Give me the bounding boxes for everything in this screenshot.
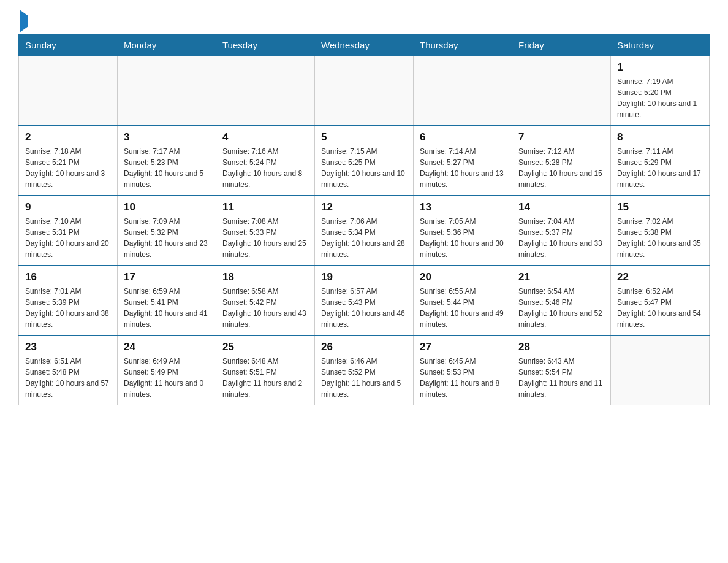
day-number: 22 <box>617 271 703 283</box>
day-number: 10 <box>124 201 210 213</box>
calendar-cell: 1Sunrise: 7:19 AM Sunset: 5:20 PM Daylig… <box>611 56 710 126</box>
day-info: Sunrise: 6:52 AM Sunset: 5:47 PM Dayligh… <box>617 286 703 330</box>
calendar-cell: 6Sunrise: 7:14 AM Sunset: 5:27 PM Daylig… <box>414 126 512 196</box>
day-info: Sunrise: 7:15 AM Sunset: 5:25 PM Dayligh… <box>321 146 407 190</box>
day-info: Sunrise: 7:18 AM Sunset: 5:21 PM Dayligh… <box>25 146 111 190</box>
day-info: Sunrise: 7:08 AM Sunset: 5:33 PM Dayligh… <box>222 216 308 260</box>
day-info: Sunrise: 7:06 AM Sunset: 5:34 PM Dayligh… <box>321 216 407 260</box>
calendar-cell: 13Sunrise: 7:05 AM Sunset: 5:36 PM Dayli… <box>414 196 512 266</box>
calendar-cell: 18Sunrise: 6:58 AM Sunset: 5:42 PM Dayli… <box>216 266 315 335</box>
calendar-cell: 27Sunrise: 6:45 AM Sunset: 5:53 PM Dayli… <box>414 335 512 405</box>
calendar-cell: 16Sunrise: 7:01 AM Sunset: 5:39 PM Dayli… <box>19 266 118 335</box>
day-info: Sunrise: 6:54 AM Sunset: 5:46 PM Dayligh… <box>518 286 604 330</box>
calendar-table: SundayMondayTuesdayWednesdayThursdayFrid… <box>18 34 710 405</box>
calendar-cell: 8Sunrise: 7:11 AM Sunset: 5:29 PM Daylig… <box>611 126 710 196</box>
week-row-4: 16Sunrise: 7:01 AM Sunset: 5:39 PM Dayli… <box>19 266 710 335</box>
calendar-cell: 14Sunrise: 7:04 AM Sunset: 5:37 PM Dayli… <box>512 196 611 266</box>
calendar-cell <box>118 56 216 126</box>
day-number: 6 <box>420 131 506 144</box>
column-header-wednesday: Wednesday <box>315 35 414 56</box>
day-number: 23 <box>25 341 111 353</box>
day-info: Sunrise: 6:48 AM Sunset: 5:51 PM Dayligh… <box>222 356 308 400</box>
day-number: 20 <box>420 271 506 283</box>
day-info: Sunrise: 6:45 AM Sunset: 5:53 PM Dayligh… <box>420 356 506 400</box>
day-number: 28 <box>518 341 604 353</box>
day-info: Sunrise: 7:05 AM Sunset: 5:36 PM Dayligh… <box>420 216 506 260</box>
calendar-cell <box>19 56 118 126</box>
column-header-saturday: Saturday <box>611 35 710 56</box>
calendar-cell: 10Sunrise: 7:09 AM Sunset: 5:32 PM Dayli… <box>118 196 216 266</box>
day-info: Sunrise: 6:49 AM Sunset: 5:49 PM Dayligh… <box>124 356 210 400</box>
day-number: 21 <box>518 271 604 283</box>
day-number: 4 <box>222 131 308 144</box>
day-number: 18 <box>222 271 308 283</box>
calendar-cell <box>512 56 611 126</box>
day-info: Sunrise: 7:09 AM Sunset: 5:32 PM Dayligh… <box>124 216 210 260</box>
calendar-cell: 15Sunrise: 7:02 AM Sunset: 5:38 PM Dayli… <box>611 196 710 266</box>
day-number: 24 <box>124 341 210 353</box>
column-header-monday: Monday <box>118 35 216 56</box>
logo-triangle-icon <box>20 10 28 33</box>
day-info: Sunrise: 6:59 AM Sunset: 5:41 PM Dayligh… <box>124 286 210 330</box>
day-info: Sunrise: 7:04 AM Sunset: 5:37 PM Dayligh… <box>518 216 604 260</box>
page-header <box>18 12 710 28</box>
calendar-cell: 2Sunrise: 7:18 AM Sunset: 5:21 PM Daylig… <box>19 126 118 196</box>
day-number: 12 <box>321 201 407 213</box>
calendar-cell <box>611 335 710 405</box>
day-number: 16 <box>25 271 111 283</box>
day-info: Sunrise: 7:10 AM Sunset: 5:31 PM Dayligh… <box>25 216 111 260</box>
day-info: Sunrise: 6:58 AM Sunset: 5:42 PM Dayligh… <box>222 286 308 330</box>
day-info: Sunrise: 6:43 AM Sunset: 5:54 PM Dayligh… <box>518 356 604 400</box>
day-number: 19 <box>321 271 407 283</box>
day-number: 26 <box>321 341 407 353</box>
day-number: 11 <box>222 201 308 213</box>
day-number: 7 <box>518 131 604 144</box>
calendar-cell: 12Sunrise: 7:06 AM Sunset: 5:34 PM Dayli… <box>315 196 414 266</box>
column-header-friday: Friday <box>512 35 611 56</box>
day-info: Sunrise: 6:51 AM Sunset: 5:48 PM Dayligh… <box>25 356 111 400</box>
day-number: 2 <box>25 131 111 144</box>
day-number: 15 <box>617 201 703 213</box>
week-row-3: 9Sunrise: 7:10 AM Sunset: 5:31 PM Daylig… <box>19 196 710 266</box>
day-number: 14 <box>518 201 604 213</box>
week-row-2: 2Sunrise: 7:18 AM Sunset: 5:21 PM Daylig… <box>19 126 710 196</box>
column-header-sunday: Sunday <box>19 35 118 56</box>
calendar-cell <box>414 56 512 126</box>
column-header-tuesday: Tuesday <box>216 35 315 56</box>
day-info: Sunrise: 7:11 AM Sunset: 5:29 PM Dayligh… <box>617 146 703 190</box>
calendar-cell: 9Sunrise: 7:10 AM Sunset: 5:31 PM Daylig… <box>19 196 118 266</box>
calendar-cell: 5Sunrise: 7:15 AM Sunset: 5:25 PM Daylig… <box>315 126 414 196</box>
calendar-cell: 24Sunrise: 6:49 AM Sunset: 5:49 PM Dayli… <box>118 335 216 405</box>
day-info: Sunrise: 7:12 AM Sunset: 5:28 PM Dayligh… <box>518 146 604 190</box>
day-number: 8 <box>617 131 703 144</box>
day-number: 27 <box>420 341 506 353</box>
day-number: 13 <box>420 201 506 213</box>
day-number: 1 <box>617 61 703 74</box>
day-number: 9 <box>25 201 111 213</box>
calendar-cell: 28Sunrise: 6:43 AM Sunset: 5:54 PM Dayli… <box>512 335 611 405</box>
day-number: 3 <box>124 131 210 144</box>
column-header-thursday: Thursday <box>414 35 512 56</box>
day-info: Sunrise: 6:55 AM Sunset: 5:44 PM Dayligh… <box>420 286 506 330</box>
week-row-5: 23Sunrise: 6:51 AM Sunset: 5:48 PM Dayli… <box>19 335 710 405</box>
week-row-1: 1Sunrise: 7:19 AM Sunset: 5:20 PM Daylig… <box>19 56 710 126</box>
calendar-cell: 22Sunrise: 6:52 AM Sunset: 5:47 PM Dayli… <box>611 266 710 335</box>
day-number: 17 <box>124 271 210 283</box>
calendar-cell: 7Sunrise: 7:12 AM Sunset: 5:28 PM Daylig… <box>512 126 611 196</box>
calendar-cell: 4Sunrise: 7:16 AM Sunset: 5:24 PM Daylig… <box>216 126 315 196</box>
day-info: Sunrise: 7:01 AM Sunset: 5:39 PM Dayligh… <box>25 286 111 330</box>
day-info: Sunrise: 7:02 AM Sunset: 5:38 PM Dayligh… <box>617 216 703 260</box>
calendar-cell: 25Sunrise: 6:48 AM Sunset: 5:51 PM Dayli… <box>216 335 315 405</box>
day-info: Sunrise: 6:57 AM Sunset: 5:43 PM Dayligh… <box>321 286 407 330</box>
day-info: Sunrise: 6:46 AM Sunset: 5:52 PM Dayligh… <box>321 356 407 400</box>
calendar-cell: 21Sunrise: 6:54 AM Sunset: 5:46 PM Dayli… <box>512 266 611 335</box>
calendar-cell: 23Sunrise: 6:51 AM Sunset: 5:48 PM Dayli… <box>19 335 118 405</box>
day-info: Sunrise: 7:19 AM Sunset: 5:20 PM Dayligh… <box>617 76 703 120</box>
day-info: Sunrise: 7:16 AM Sunset: 5:24 PM Dayligh… <box>222 146 308 190</box>
day-info: Sunrise: 7:14 AM Sunset: 5:27 PM Dayligh… <box>420 146 506 190</box>
calendar-header-row: SundayMondayTuesdayWednesdayThursdayFrid… <box>19 35 710 56</box>
calendar-cell: 26Sunrise: 6:46 AM Sunset: 5:52 PM Dayli… <box>315 335 414 405</box>
calendar-cell: 17Sunrise: 6:59 AM Sunset: 5:41 PM Dayli… <box>118 266 216 335</box>
logo <box>18 12 28 28</box>
day-number: 25 <box>222 341 308 353</box>
